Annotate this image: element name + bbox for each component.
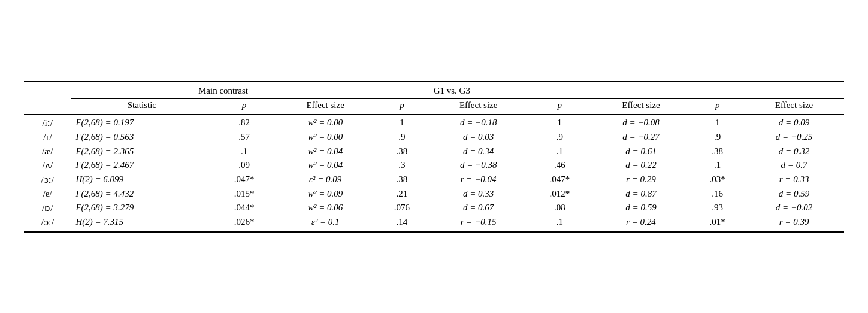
statistics-table: Main contrast G1 vs. G3 Statistic p Effe… <box>24 81 844 233</box>
table-row: /iː/F(2,68) = 0.197.82w² = 0.001d = −0.1… <box>24 114 844 130</box>
table-cell: .46 <box>528 158 591 173</box>
table-cell: 1 <box>528 114 591 130</box>
table-cell: .026* <box>213 215 275 232</box>
table-cell: d = 0.33 <box>428 187 528 201</box>
table-cell: d = 0.67 <box>428 201 528 215</box>
table-cell: d = −0.02 <box>744 201 844 215</box>
table-cell: .9 <box>528 130 591 145</box>
table-cell: d = −0.25 <box>744 130 844 145</box>
table-cell: .57 <box>213 130 275 145</box>
table-cell: .012* <box>528 187 591 201</box>
table-cell: .09 <box>213 158 275 173</box>
table-cell: .9 <box>376 130 429 145</box>
p2-subheader: p <box>376 98 429 114</box>
table-cell: .16 <box>691 187 744 201</box>
table-cell: w² = 0.04 <box>276 158 376 173</box>
table-cell: F(2,68) = 2.365 <box>71 145 213 158</box>
table-cell: r = 0.39 <box>744 215 844 232</box>
table-cell: d = 0.59 <box>744 187 844 201</box>
table-cell: .03* <box>691 173 744 187</box>
p4-subheader: p <box>691 98 744 114</box>
es3-subheader: Effect size <box>591 98 691 114</box>
table-cell: .1 <box>528 145 591 158</box>
table-cell: d = −0.08 <box>591 114 691 130</box>
phoneme-subheader <box>24 98 71 114</box>
table-cell: .1 <box>691 158 744 173</box>
table-cell: d = 0.09 <box>744 114 844 130</box>
table-cell: r = 0.24 <box>591 215 691 232</box>
table-cell: .047* <box>528 173 591 187</box>
g1-vs-g3-header <box>528 82 691 99</box>
table-cell: d = 0.03 <box>428 130 528 145</box>
table-cell: .14 <box>376 215 429 232</box>
table-cell: .93 <box>691 201 744 215</box>
table-cell: d = 0.32 <box>744 145 844 158</box>
statistics-table-wrapper: Main contrast G1 vs. G3 Statistic p Effe… <box>24 81 844 233</box>
table-cell: F(2,68) = 3.279 <box>71 201 213 215</box>
table-cell: w² = 0.00 <box>276 114 376 130</box>
table-cell: .38 <box>376 173 429 187</box>
empty-header-cell <box>24 82 71 99</box>
table-cell: d = 0.61 <box>591 145 691 158</box>
table-cell: .047* <box>213 173 275 187</box>
table-cell: F(2,68) = 0.197 <box>71 114 213 130</box>
table-cell: /ɜː/ <box>24 173 71 187</box>
table-body: /iː/F(2,68) = 0.197.82w² = 0.001d = −0.1… <box>24 114 844 232</box>
table-cell: /æ/ <box>24 145 71 158</box>
table-cell: ε² = 0.1 <box>276 215 376 232</box>
table-row: /ɪ/F(2,68) = 0.563.57w² = 0.00.9d = 0.03… <box>24 130 844 145</box>
table-cell: .01* <box>691 215 744 232</box>
table-cell: r = −0.15 <box>428 215 528 232</box>
table-cell: /ɔː/ <box>24 215 71 232</box>
main-contrast-header: Main contrast <box>71 82 375 99</box>
es2-subheader: Effect size <box>428 98 528 114</box>
table-cell: ε² = 0.09 <box>276 173 376 187</box>
table-cell: d = −0.18 <box>428 114 528 130</box>
table-cell: H(2) = 7.315 <box>71 215 213 232</box>
table-row: /ʌ/F(2,68) = 2.467.09w² = 0.04.3d = −0.3… <box>24 158 844 173</box>
table-cell: d = 0.59 <box>591 201 691 215</box>
table-cell: .21 <box>376 187 429 201</box>
g2-vs-g3-header <box>691 82 844 99</box>
table-cell: .076 <box>376 201 429 215</box>
table-cell: 1 <box>376 114 429 130</box>
table-cell: w² = 0.00 <box>276 130 376 145</box>
table-cell: d = −0.27 <box>591 130 691 145</box>
table-cell: d = 0.34 <box>428 145 528 158</box>
table-cell: .38 <box>376 145 429 158</box>
table-cell: F(2,68) = 0.563 <box>71 130 213 145</box>
table-row: /ɒ/F(2,68) = 3.279.044*w² = 0.06.076d = … <box>24 201 844 215</box>
table-cell: 1 <box>691 114 744 130</box>
table-cell: .38 <box>691 145 744 158</box>
es4-subheader: Effect size <box>744 98 844 114</box>
table-cell: F(2,68) = 4.432 <box>71 187 213 201</box>
table-cell: d = 0.22 <box>591 158 691 173</box>
table-row: /e/F(2,68) = 4.432.015*w² = 0.09.21d = 0… <box>24 187 844 201</box>
table-cell: d = −0.38 <box>428 158 528 173</box>
table-cell: F(2,68) = 2.467 <box>71 158 213 173</box>
table-cell: .82 <box>213 114 275 130</box>
p3-subheader: p <box>528 98 591 114</box>
table-cell: .044* <box>213 201 275 215</box>
table-cell: /ʌ/ <box>24 158 71 173</box>
table-cell: H(2) = 6.099 <box>71 173 213 187</box>
table-cell: d = 0.7 <box>744 158 844 173</box>
table-cell: .015* <box>213 187 275 201</box>
table-row: /ɜː/H(2) = 6.099.047*ε² = 0.09.38r = −0.… <box>24 173 844 187</box>
table-row: /æ/F(2,68) = 2.365.1w² = 0.04.38d = 0.34… <box>24 145 844 158</box>
table-cell: r = −0.04 <box>428 173 528 187</box>
table-cell: w² = 0.06 <box>276 201 376 215</box>
table-cell: .9 <box>691 130 744 145</box>
p1-subheader: p <box>213 98 275 114</box>
group-header-row: Main contrast G1 vs. G3 <box>24 82 844 99</box>
table-cell: .1 <box>528 215 591 232</box>
table-cell: w² = 0.09 <box>276 187 376 201</box>
g1-vs-g2-header: G1 vs. G3 <box>376 82 529 99</box>
table-cell: .1 <box>213 145 275 158</box>
es1-subheader: Effect size <box>276 98 376 114</box>
table-cell: w² = 0.04 <box>276 145 376 158</box>
table-cell: .3 <box>376 158 429 173</box>
table-cell: r = 0.33 <box>744 173 844 187</box>
table-row: /ɔː/H(2) = 7.315.026*ε² = 0.1.14r = −0.1… <box>24 215 844 232</box>
statistic-subheader: Statistic <box>71 98 213 114</box>
